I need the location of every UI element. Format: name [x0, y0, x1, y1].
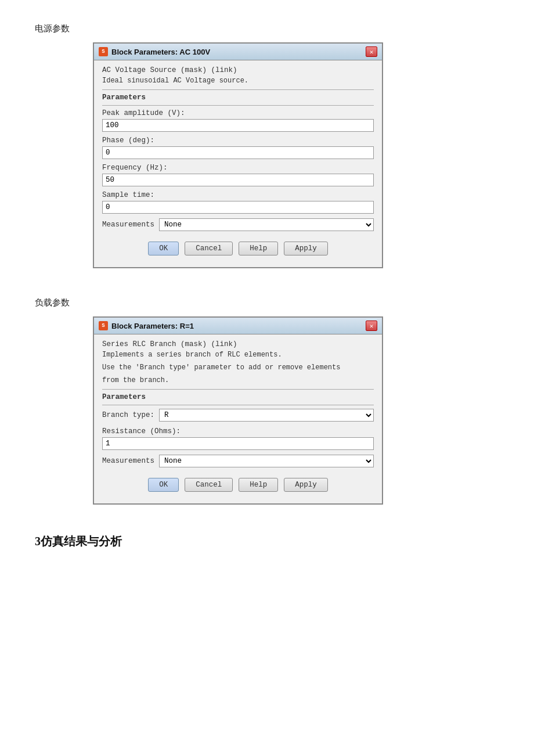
dialog1-subtitle: AC Voltage Source (mask) (link) — [102, 66, 374, 74]
dialog1-measurements-label: Measurements — [102, 221, 154, 229]
dialog1-close-button[interactable]: ✕ — [366, 46, 377, 57]
section2-label: 负载参数 — [35, 297, 499, 308]
dialog2-body: Series RLC Branch (mask) (link) Implemen… — [94, 334, 382, 503]
dialog2-params-label: Parameters — [102, 393, 374, 401]
dialog1-field3-label: Frequency (Hz): — [102, 164, 374, 172]
dialog1-field2-label: Phase (deg): — [102, 136, 374, 145]
dialog1-body: AC Voltage Source (mask) (link) Ideal si… — [94, 60, 382, 267]
dialog1-sample-time-input[interactable] — [102, 201, 374, 214]
dialog2-resistance-input[interactable] — [102, 437, 374, 450]
dialog2-desc-line3: from the branch. — [102, 376, 374, 384]
dialog2-desc-line1: Implements a series branch of RLC elemen… — [102, 351, 374, 359]
section3-heading: 3仿真结果与分析 — [35, 534, 499, 549]
dialog1-help-button[interactable]: Help — [239, 242, 278, 255]
dialog2-close-button[interactable]: ✕ — [366, 321, 377, 331]
dialog2-title: Block Parameters: R=1 — [111, 322, 194, 330]
dialog1-hr1 — [102, 89, 374, 90]
dialog1-titlebar: S Block Parameters: AC 100V ✕ — [94, 44, 382, 60]
dialog1-ok-button[interactable]: OK — [148, 242, 179, 255]
dialog2-apply-button[interactable]: Apply — [284, 478, 328, 492]
dialog2-help-button[interactable]: Help — [239, 478, 278, 492]
dialog1-params-label: Parameters — [102, 93, 374, 102]
dialog1-apply-button[interactable]: Apply — [284, 242, 328, 255]
dialog1-icon: S — [99, 47, 108, 56]
dialog-ac100v: S Block Parameters: AC 100V ✕ AC Voltage… — [93, 42, 383, 268]
dialog1-phase-input[interactable] — [102, 146, 374, 159]
dialog2-branch-type-row: Branch type: R — [102, 409, 374, 422]
dialog2-icon: S — [99, 321, 108, 330]
dialog1-buttons: OK Cancel Help Apply — [102, 237, 374, 261]
section1-label: 电源参数 — [35, 23, 499, 34]
dialog1-frequency-input[interactable] — [102, 174, 374, 186]
dialog1-measurements-select[interactable]: None — [159, 218, 374, 231]
dialog1-measurements-row: Measurements None — [102, 218, 374, 231]
dialog1-peak-amplitude-input[interactable] — [102, 119, 374, 132]
dialog1-desc: Ideal sinusoidal AC Voltage source. — [102, 77, 374, 85]
dialog2-desc-line2: Use the 'Branch type' parameter to add o… — [102, 363, 374, 372]
dialog2-titlebar: S Block Parameters: R=1 ✕ — [94, 318, 382, 334]
dialog1-title-left: S Block Parameters: AC 100V — [99, 47, 210, 56]
dialog2-buttons: OK Cancel Help Apply — [102, 473, 374, 498]
dialog2-measurements-label: Measurements — [102, 457, 154, 465]
dialog2-subtitle: Series RLC Branch (mask) (link) — [102, 340, 374, 348]
dialog2-hr1 — [102, 389, 374, 390]
dialog2-measurements-select[interactable]: None — [159, 455, 374, 467]
dialog2-hr2 — [102, 405, 374, 405]
dialog2-cancel-button[interactable]: Cancel — [185, 478, 233, 492]
dialog2-measurements-row: Measurements None — [102, 455, 374, 467]
dialog2-branch-type-label: Branch type: — [102, 411, 154, 419]
dialog2-resistance-label: Resistance (Ohms): — [102, 427, 374, 435]
dialog2-branch-type-select[interactable]: R — [159, 409, 374, 422]
dialog1-title: Block Parameters: AC 100V — [111, 48, 210, 56]
dialog1-hr2 — [102, 105, 374, 106]
dialog2-title-left: S Block Parameters: R=1 — [99, 321, 194, 330]
dialog1-field4-label: Sample time: — [102, 191, 374, 199]
dialog1-field1-label: Peak amplitude (V): — [102, 109, 374, 117]
dialog2-ok-button[interactable]: OK — [148, 478, 179, 492]
dialog-r1: S Block Parameters: R=1 ✕ Series RLC Bra… — [93, 316, 383, 505]
dialog1-cancel-button[interactable]: Cancel — [185, 242, 233, 255]
